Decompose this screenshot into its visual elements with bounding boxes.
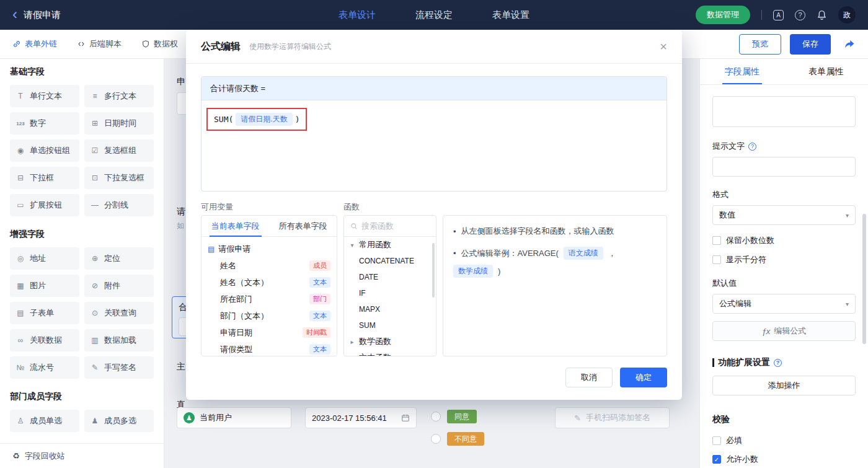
help-icon[interactable]: ? bbox=[795, 10, 805, 20]
save-button[interactable]: 保存 bbox=[790, 34, 831, 55]
field-item-location[interactable]: ⊕定位 bbox=[84, 247, 154, 270]
allow-decimal-checkbox[interactable]: ✓ bbox=[712, 455, 721, 464]
tab-form-setting[interactable]: 表单设置 bbox=[492, 9, 529, 21]
field-recycle-bin[interactable]: ♻ 字段回收站 bbox=[0, 443, 164, 468]
tab-form-design[interactable]: 表单设计 bbox=[339, 9, 376, 21]
data-manage-button[interactable]: 数据管理 bbox=[696, 6, 750, 24]
field-label: 下拉复选框 bbox=[104, 172, 144, 183]
field-item-multi-dropdown[interactable]: ⊡下拉复选框 bbox=[84, 167, 154, 189]
close-icon[interactable]: × bbox=[660, 40, 667, 54]
fn-group-text[interactable]: ▸ 文本函数 bbox=[344, 350, 436, 356]
datetime-icon: ⊞ bbox=[89, 119, 100, 128]
field-item-linked-data[interactable]: ∞关联数据 bbox=[10, 329, 79, 351]
required-checkbox[interactable] bbox=[712, 436, 721, 445]
field-item-address[interactable]: ◎地址 bbox=[10, 247, 79, 270]
field-item-attachment[interactable]: ⊘附件 bbox=[84, 275, 154, 297]
disagree-badge[interactable]: 不同意 bbox=[447, 432, 484, 446]
field-item-signature[interactable]: ✎手写签名 bbox=[84, 356, 154, 379]
thousand-sep-row[interactable]: 显示千分符 bbox=[712, 254, 856, 265]
fn-group-math[interactable]: ▸ 数学函数 bbox=[344, 333, 436, 350]
form-external-link[interactable]: 表单外链 bbox=[12, 38, 57, 50]
variable-row[interactable]: 姓名（文本） 文本 bbox=[202, 274, 337, 291]
tab-all-form-fields[interactable]: 所有表单字段 bbox=[269, 216, 337, 236]
default-value-select[interactable]: 公式编辑 ▾ bbox=[712, 294, 856, 314]
agree-badge[interactable]: 同意 bbox=[447, 410, 477, 423]
hint-text-input[interactable] bbox=[712, 157, 856, 177]
field-item-subform[interactable]: ▤子表单 bbox=[10, 302, 79, 324]
help-circle-icon[interactable]: ? bbox=[748, 143, 756, 151]
back-icon[interactable]: ‹ bbox=[12, 7, 17, 22]
field-item-image[interactable]: ▦图片 bbox=[10, 275, 79, 297]
field-item-member-multi[interactable]: ♟成员多选 bbox=[84, 410, 154, 432]
radio-circle[interactable] bbox=[431, 412, 441, 422]
function-search-input[interactable]: 搜索函数 bbox=[344, 216, 436, 237]
fn-group-common[interactable]: ▾ 常用函数 bbox=[344, 237, 436, 253]
tab-current-form-fields[interactable]: 当前表单字段 bbox=[202, 216, 269, 236]
chevron-down-icon: ▾ bbox=[846, 301, 849, 307]
confirm-button[interactable]: 确定 bbox=[620, 368, 667, 387]
field-item-radio-group[interactable]: ◉单选按钮组 bbox=[10, 139, 79, 162]
signature-field[interactable]: ✎ 手机扫码添加签名 bbox=[555, 407, 670, 428]
radio-circle[interactable] bbox=[431, 434, 441, 444]
share-icon[interactable] bbox=[843, 38, 856, 50]
field-item-lookup[interactable]: ⊙关联查询 bbox=[84, 302, 154, 324]
field-item-data-load[interactable]: ▥数据加载 bbox=[84, 329, 154, 351]
fn-item-date[interactable]: DATE bbox=[344, 269, 436, 285]
data-permission[interactable]: 数据权 bbox=[141, 38, 178, 50]
tab-field-properties[interactable]: 字段属性 bbox=[700, 59, 784, 84]
apply-date-field[interactable]: 2023-02-17 15:56:41 bbox=[305, 407, 417, 428]
translate-icon[interactable]: A bbox=[773, 10, 784, 20]
fn-item-if[interactable]: IF bbox=[344, 285, 436, 301]
keep-decimal-row[interactable]: 保留小数位数 bbox=[712, 235, 856, 246]
format-select[interactable]: 数值 ▾ bbox=[712, 205, 856, 225]
required-row[interactable]: 必填 bbox=[712, 435, 856, 446]
variable-row[interactable]: 部门（文本） 文本 bbox=[202, 307, 337, 324]
field-item-single-line-text[interactable]: T单行文本 bbox=[10, 85, 79, 107]
recycle-label: 字段回收站 bbox=[25, 451, 65, 462]
field-label: 子表单 bbox=[30, 307, 54, 319]
fn-item-mapx[interactable]: MAPX bbox=[344, 301, 436, 317]
add-action-button[interactable]: 添加操作 bbox=[712, 376, 856, 395]
field-item-multi-line-text[interactable]: ≡多行文本 bbox=[84, 85, 154, 107]
formula-input-area[interactable]: SUM( 请假日期.天数 ) bbox=[202, 100, 666, 138]
formula-close-paren: ) bbox=[295, 115, 300, 124]
fn-group-label: 文本函数 bbox=[359, 352, 391, 356]
field-item-checkbox-group[interactable]: ☑复选框组 bbox=[84, 139, 154, 162]
notification-bell-icon[interactable] bbox=[817, 10, 827, 20]
annotation-highlight-box: SUM( 请假日期.天数 ) bbox=[206, 108, 307, 131]
scrollbar-thumb[interactable] bbox=[432, 243, 435, 298]
field-item-datetime[interactable]: ⊞日期时间 bbox=[84, 112, 154, 135]
fn-item-concatenate[interactable]: CONCATENATE bbox=[344, 253, 436, 269]
backend-script[interactable]: 后端脚本 bbox=[77, 38, 122, 50]
hint-text-label: 提示文字 ? bbox=[712, 141, 856, 152]
cancel-button[interactable]: 取消 bbox=[565, 368, 613, 387]
fn-item-sum[interactable]: SUM bbox=[344, 317, 436, 333]
current-user-field[interactable]: ♟ 当前用户 bbox=[177, 407, 291, 428]
thousand-sep-checkbox[interactable] bbox=[712, 255, 721, 264]
field-item-dropdown[interactable]: ⊟下拉框 bbox=[10, 167, 79, 189]
field-title-box[interactable] bbox=[712, 96, 856, 127]
scrollbar-thumb[interactable] bbox=[862, 214, 866, 344]
variable-row[interactable]: 申请日期 时间戳 bbox=[202, 324, 337, 341]
field-item-divider[interactable]: —分割线 bbox=[84, 194, 154, 216]
radio-option-disagree[interactable]: 不同意 bbox=[431, 432, 484, 446]
variables-root-node[interactable]: ▤ 请假申请 bbox=[202, 241, 337, 257]
radio-option-agree[interactable]: 同意 bbox=[431, 410, 477, 423]
serial-number-icon: № bbox=[15, 363, 26, 372]
preview-button[interactable]: 预览 bbox=[739, 34, 781, 55]
keep-decimal-checkbox[interactable] bbox=[712, 236, 721, 245]
field-item-serial-number[interactable]: №流水号 bbox=[10, 356, 79, 379]
variable-row[interactable]: 姓名 成员 bbox=[202, 257, 337, 274]
field-item-number[interactable]: 123数字 bbox=[10, 112, 79, 135]
avatar[interactable]: 政 bbox=[838, 6, 856, 24]
variable-row[interactable]: 请假类型 文本 bbox=[202, 341, 337, 356]
variable-row[interactable]: 所在部门 部门 bbox=[202, 291, 337, 307]
tab-flow-setting[interactable]: 流程设定 bbox=[415, 9, 453, 21]
tab-form-properties[interactable]: 表单属性 bbox=[784, 59, 868, 84]
field-item-member-single[interactable]: ♙成员单选 bbox=[10, 410, 79, 432]
formula-field-tag[interactable]: 请假日期.天数 bbox=[236, 113, 292, 126]
edit-formula-button[interactable]: ƒx 编辑公式 bbox=[712, 321, 856, 341]
allow-decimal-row[interactable]: ✓ 允许小数 bbox=[712, 454, 856, 465]
help-circle-icon[interactable]: ? bbox=[774, 359, 782, 367]
field-item-extend-button[interactable]: ▭扩展按钮 bbox=[10, 194, 79, 216]
